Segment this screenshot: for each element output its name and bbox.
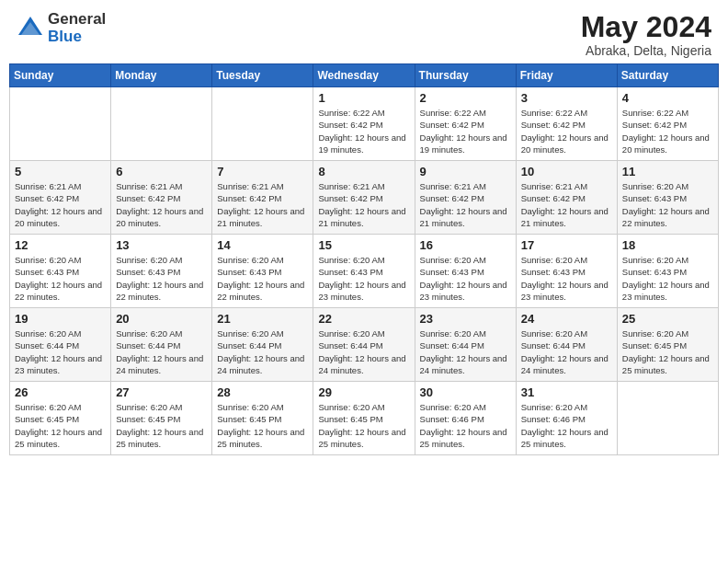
calendar-body: 1Sunrise: 6:22 AM Sunset: 6:42 PM Daylig… bbox=[10, 87, 719, 455]
calendar-cell: 6Sunrise: 6:21 AM Sunset: 6:42 PM Daylig… bbox=[111, 161, 212, 235]
calendar-cell: 13Sunrise: 6:20 AM Sunset: 6:43 PM Dayli… bbox=[111, 235, 212, 308]
logo-blue-text: Blue bbox=[48, 29, 106, 46]
day-number: 3 bbox=[521, 91, 612, 105]
day-number: 13 bbox=[116, 238, 207, 252]
calendar-cell: 24Sunrise: 6:20 AM Sunset: 6:44 PM Dayli… bbox=[516, 308, 617, 382]
day-info: Sunrise: 6:22 AM Sunset: 6:42 PM Dayligh… bbox=[521, 107, 612, 155]
calendar-cell: 25Sunrise: 6:20 AM Sunset: 6:45 PM Dayli… bbox=[617, 308, 718, 382]
calendar-table: SundayMondayTuesdayWednesdayThursdayFrid… bbox=[9, 63, 719, 455]
day-number: 19 bbox=[15, 312, 106, 326]
day-info: Sunrise: 6:20 AM Sunset: 6:43 PM Dayligh… bbox=[622, 254, 713, 303]
day-info: Sunrise: 6:20 AM Sunset: 6:43 PM Dayligh… bbox=[217, 254, 308, 303]
calendar-cell: 8Sunrise: 6:21 AM Sunset: 6:42 PM Daylig… bbox=[313, 161, 415, 235]
day-number: 18 bbox=[622, 238, 713, 252]
day-info: Sunrise: 6:20 AM Sunset: 6:46 PM Dayligh… bbox=[420, 401, 511, 450]
calendar-cell: 4Sunrise: 6:22 AM Sunset: 6:42 PM Daylig… bbox=[617, 87, 718, 161]
calendar-cell: 23Sunrise: 6:20 AM Sunset: 6:44 PM Dayli… bbox=[415, 308, 516, 382]
day-header-thursday: Thursday bbox=[415, 64, 516, 87]
day-number: 1 bbox=[318, 91, 409, 105]
day-info: Sunrise: 6:20 AM Sunset: 6:43 PM Dayligh… bbox=[420, 254, 511, 303]
logo-icon bbox=[17, 15, 44, 42]
day-number: 14 bbox=[217, 238, 308, 252]
calendar-cell: 14Sunrise: 6:20 AM Sunset: 6:43 PM Dayli… bbox=[212, 235, 313, 308]
day-number: 26 bbox=[15, 385, 106, 399]
day-info: Sunrise: 6:20 AM Sunset: 6:44 PM Dayligh… bbox=[116, 327, 207, 376]
calendar-cell: 15Sunrise: 6:20 AM Sunset: 6:43 PM Dayli… bbox=[313, 235, 415, 308]
day-header-wednesday: Wednesday bbox=[313, 64, 415, 87]
week-row-3: 12Sunrise: 6:20 AM Sunset: 6:43 PM Dayli… bbox=[10, 235, 719, 308]
day-info: Sunrise: 6:20 AM Sunset: 6:45 PM Dayligh… bbox=[15, 401, 106, 450]
calendar-cell bbox=[111, 87, 212, 161]
day-number: 5 bbox=[15, 165, 106, 178]
day-number: 2 bbox=[420, 91, 511, 105]
day-number: 20 bbox=[116, 312, 207, 326]
day-header-sunday: Sunday bbox=[10, 64, 111, 87]
day-info: Sunrise: 6:22 AM Sunset: 6:42 PM Dayligh… bbox=[622, 107, 713, 155]
day-number: 27 bbox=[116, 385, 207, 399]
page: General Blue May 2024 Abraka, Delta, Nig… bbox=[0, 0, 728, 563]
calendar: SundayMondayTuesdayWednesdayThursdayFrid… bbox=[0, 63, 728, 563]
calendar-cell: 28Sunrise: 6:20 AM Sunset: 6:45 PM Dayli… bbox=[212, 382, 313, 455]
header-row: SundayMondayTuesdayWednesdayThursdayFrid… bbox=[10, 64, 719, 87]
day-number: 4 bbox=[622, 91, 713, 105]
day-info: Sunrise: 6:20 AM Sunset: 6:44 PM Dayligh… bbox=[15, 327, 106, 376]
day-info: Sunrise: 6:20 AM Sunset: 6:45 PM Dayligh… bbox=[318, 401, 409, 450]
day-number: 22 bbox=[318, 312, 409, 326]
day-number: 28 bbox=[217, 385, 308, 399]
week-row-1: 1Sunrise: 6:22 AM Sunset: 6:42 PM Daylig… bbox=[10, 87, 719, 161]
day-info: Sunrise: 6:20 AM Sunset: 6:44 PM Dayligh… bbox=[318, 327, 409, 376]
calendar-cell: 22Sunrise: 6:20 AM Sunset: 6:44 PM Dayli… bbox=[313, 308, 415, 382]
calendar-cell: 19Sunrise: 6:20 AM Sunset: 6:44 PM Dayli… bbox=[10, 308, 111, 382]
day-info: Sunrise: 6:20 AM Sunset: 6:43 PM Dayligh… bbox=[622, 180, 713, 229]
day-info: Sunrise: 6:21 AM Sunset: 6:42 PM Dayligh… bbox=[15, 180, 106, 229]
calendar-cell: 3Sunrise: 6:22 AM Sunset: 6:42 PM Daylig… bbox=[516, 87, 617, 161]
day-header-friday: Friday bbox=[516, 64, 617, 87]
day-info: Sunrise: 6:20 AM Sunset: 6:43 PM Dayligh… bbox=[116, 254, 207, 303]
calendar-cell: 30Sunrise: 6:20 AM Sunset: 6:46 PM Dayli… bbox=[415, 382, 516, 455]
day-number: 11 bbox=[622, 165, 713, 178]
day-number: 9 bbox=[420, 165, 511, 178]
day-info: Sunrise: 6:21 AM Sunset: 6:42 PM Dayligh… bbox=[217, 180, 308, 229]
calendar-cell: 5Sunrise: 6:21 AM Sunset: 6:42 PM Daylig… bbox=[10, 161, 111, 235]
calendar-cell: 31Sunrise: 6:20 AM Sunset: 6:46 PM Dayli… bbox=[516, 382, 617, 455]
day-info: Sunrise: 6:22 AM Sunset: 6:42 PM Dayligh… bbox=[420, 107, 511, 155]
week-row-4: 19Sunrise: 6:20 AM Sunset: 6:44 PM Dayli… bbox=[10, 308, 719, 382]
day-number: 21 bbox=[217, 312, 308, 326]
day-info: Sunrise: 6:20 AM Sunset: 6:44 PM Dayligh… bbox=[521, 327, 612, 376]
day-number: 12 bbox=[15, 238, 106, 252]
logo: General Blue bbox=[17, 11, 106, 45]
day-number: 10 bbox=[521, 165, 612, 178]
week-row-5: 26Sunrise: 6:20 AM Sunset: 6:45 PM Dayli… bbox=[10, 382, 719, 455]
day-header-monday: Monday bbox=[111, 64, 212, 87]
day-info: Sunrise: 6:20 AM Sunset: 6:45 PM Dayligh… bbox=[217, 401, 308, 450]
day-info: Sunrise: 6:21 AM Sunset: 6:42 PM Dayligh… bbox=[420, 180, 511, 229]
day-info: Sunrise: 6:22 AM Sunset: 6:42 PM Dayligh… bbox=[318, 107, 409, 155]
calendar-header: SundayMondayTuesdayWednesdayThursdayFrid… bbox=[10, 64, 719, 87]
calendar-cell bbox=[617, 382, 718, 455]
day-number: 6 bbox=[116, 165, 207, 178]
day-number: 15 bbox=[318, 238, 409, 252]
calendar-cell: 26Sunrise: 6:20 AM Sunset: 6:45 PM Dayli… bbox=[10, 382, 111, 455]
day-number: 8 bbox=[318, 165, 409, 178]
day-info: Sunrise: 6:20 AM Sunset: 6:43 PM Dayligh… bbox=[15, 254, 106, 303]
calendar-cell: 10Sunrise: 6:21 AM Sunset: 6:42 PM Dayli… bbox=[516, 161, 617, 235]
calendar-cell: 21Sunrise: 6:20 AM Sunset: 6:44 PM Dayli… bbox=[212, 308, 313, 382]
day-number: 17 bbox=[521, 238, 612, 252]
calendar-cell: 20Sunrise: 6:20 AM Sunset: 6:44 PM Dayli… bbox=[111, 308, 212, 382]
header: General Blue May 2024 Abraka, Delta, Nig… bbox=[0, 0, 728, 63]
day-number: 31 bbox=[521, 385, 612, 399]
calendar-cell: 9Sunrise: 6:21 AM Sunset: 6:42 PM Daylig… bbox=[415, 161, 516, 235]
calendar-cell: 7Sunrise: 6:21 AM Sunset: 6:42 PM Daylig… bbox=[212, 161, 313, 235]
calendar-cell: 1Sunrise: 6:22 AM Sunset: 6:42 PM Daylig… bbox=[313, 87, 415, 161]
day-info: Sunrise: 6:20 AM Sunset: 6:44 PM Dayligh… bbox=[217, 327, 308, 376]
day-info: Sunrise: 6:20 AM Sunset: 6:46 PM Dayligh… bbox=[521, 401, 612, 450]
calendar-cell: 17Sunrise: 6:20 AM Sunset: 6:43 PM Dayli… bbox=[516, 235, 617, 308]
calendar-cell: 12Sunrise: 6:20 AM Sunset: 6:43 PM Dayli… bbox=[10, 235, 111, 308]
logo-general-text: General bbox=[48, 11, 106, 29]
day-number: 24 bbox=[521, 312, 612, 326]
week-row-2: 5Sunrise: 6:21 AM Sunset: 6:42 PM Daylig… bbox=[10, 161, 719, 235]
location: Abraka, Delta, Nigeria bbox=[581, 43, 711, 58]
title-block: May 2024 Abraka, Delta, Nigeria bbox=[581, 11, 711, 58]
day-header-saturday: Saturday bbox=[617, 64, 718, 87]
day-info: Sunrise: 6:20 AM Sunset: 6:45 PM Dayligh… bbox=[116, 401, 207, 450]
